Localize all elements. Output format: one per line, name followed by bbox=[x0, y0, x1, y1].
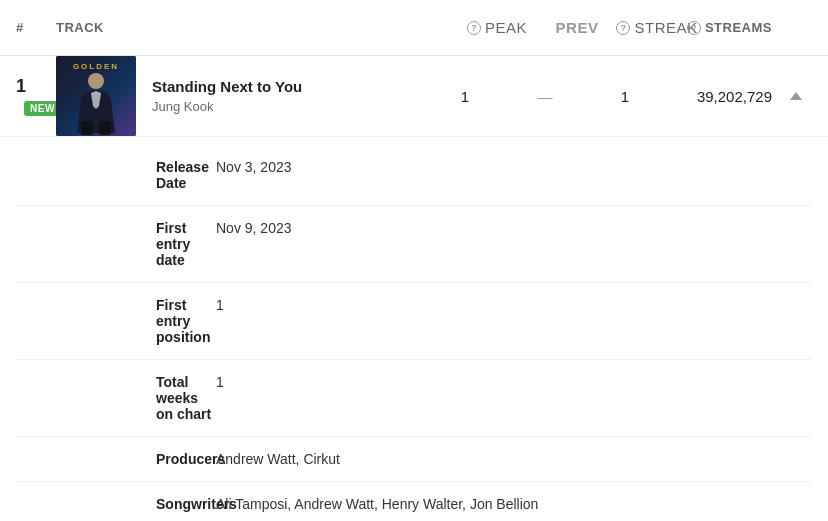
album-title-text: GOLDEN bbox=[56, 62, 136, 71]
track-name-artist: Standing Next to You Jung Kook bbox=[152, 78, 302, 114]
album-art: GOLDEN bbox=[56, 56, 136, 136]
track-stats: 1 — 1 39,202,729 bbox=[420, 80, 812, 112]
track-name: Standing Next to You bbox=[152, 78, 302, 95]
first-entry-date-label: First entry date bbox=[16, 220, 216, 268]
col-track-header: TRACK bbox=[56, 20, 452, 35]
svg-rect-1 bbox=[81, 121, 93, 135]
songwriters-label: Songwriters bbox=[16, 496, 216, 512]
detail-first-entry-date: First entry date Nov 9, 2023 bbox=[16, 206, 812, 283]
streak-help-icon[interactable]: ? bbox=[616, 21, 630, 35]
release-date-value: Nov 3, 2023 bbox=[216, 159, 812, 175]
detail-total-weeks: Total weeks on chart 1 bbox=[16, 360, 812, 437]
peak-help-icon[interactable]: ? bbox=[467, 21, 481, 35]
table-row: 1 NEW GOLDEN Standing bbox=[0, 56, 828, 137]
expand-button[interactable] bbox=[780, 80, 812, 112]
track-position: 1 bbox=[16, 76, 56, 97]
first-entry-date-value: Nov 9, 2023 bbox=[216, 220, 812, 236]
chevron-up-icon bbox=[790, 92, 802, 100]
track-streams: 39,202,729 bbox=[670, 88, 780, 105]
album-silhouette bbox=[71, 71, 121, 136]
track-streak: 1 bbox=[580, 88, 670, 105]
album-art-inner: GOLDEN bbox=[56, 56, 136, 136]
col-prev-header: Prev bbox=[542, 19, 612, 36]
detail-first-entry-position: First entry position 1 bbox=[16, 283, 812, 360]
svg-point-0 bbox=[88, 73, 104, 89]
detail-producers: Producers Andrew Watt, Cirkut bbox=[16, 437, 812, 482]
num-label: # bbox=[16, 20, 24, 35]
total-weeks-label: Total weeks on chart bbox=[16, 374, 216, 422]
table-header: # TRACK ? Peak Prev ? Streak ? Streams bbox=[0, 0, 828, 56]
first-entry-position-label: First entry position bbox=[16, 297, 216, 345]
streams-help-icon[interactable]: ? bbox=[687, 21, 701, 35]
col-peak-header: ? Peak bbox=[452, 19, 542, 36]
track-position-area: 1 NEW bbox=[16, 76, 56, 116]
track-prev: — bbox=[510, 88, 580, 105]
total-weeks-value: 1 bbox=[216, 374, 812, 390]
detail-release-date: Release Date Nov 3, 2023 bbox=[16, 145, 812, 206]
prev-label: Prev bbox=[556, 19, 599, 36]
col-num-header: # bbox=[16, 20, 56, 35]
producers-value: Andrew Watt, Cirkut bbox=[216, 451, 812, 467]
first-entry-position-value: 1 bbox=[216, 297, 812, 313]
track-info-area: GOLDEN Standing Next to You Jung Kook bbox=[56, 56, 420, 136]
songwriters-value: Ali Tamposi, Andrew Watt, Henry Walter, … bbox=[216, 496, 812, 512]
track-peak: 1 bbox=[420, 88, 510, 105]
peak-label: Peak bbox=[485, 19, 527, 36]
track-label: TRACK bbox=[56, 20, 104, 35]
release-date-label: Release Date bbox=[16, 159, 216, 191]
detail-songwriters: Songwriters Ali Tamposi, Andrew Watt, He… bbox=[16, 482, 812, 521]
col-streams-header: ? Streams bbox=[702, 20, 812, 35]
track-artist: Jung Kook bbox=[152, 99, 302, 114]
svg-rect-2 bbox=[99, 121, 111, 135]
streams-label: Streams bbox=[705, 20, 772, 35]
producers-label: Producers bbox=[16, 451, 216, 467]
track-details: Release Date Nov 3, 2023 First entry dat… bbox=[0, 137, 828, 521]
